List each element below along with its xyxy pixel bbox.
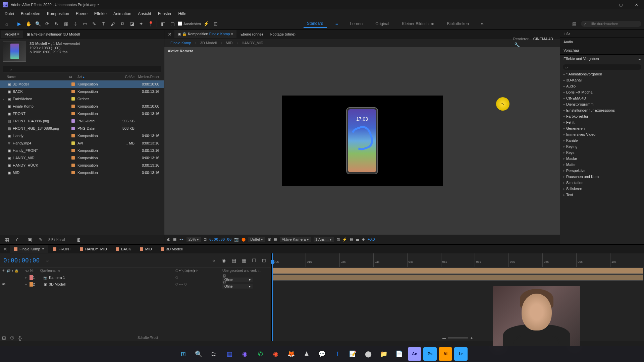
tl-blur-icon[interactable]: ◉ [220,256,228,264]
col-switches[interactable]: ⬡✦＼fx◐●◑✧ [175,268,222,273]
task-messenger[interactable]: 💬 [315,347,329,361]
workspace-overflow-icon[interactable]: » [478,20,486,28]
workspace-menu-icon[interactable]: ≡ [333,20,341,28]
project-item[interactable]: ▽Handy.mp4AVI… MB0:00:13:16 [0,139,164,147]
tl-tab-3dmodell[interactable]: 3D Modell [157,245,187,253]
hand-tool[interactable]: ✋ [24,20,33,28]
crumb-mid[interactable]: MID [224,40,234,46]
adjust-icon[interactable]: ✎ [37,236,45,244]
effect-category[interactable]: CINEMA 4D [560,95,644,101]
project-item[interactable]: ▣FRONTKomposition0:00:13:16 [0,110,164,117]
project-search-input[interactable] [3,66,161,72]
tl-search-icon[interactable]: ⌕ [46,258,49,263]
eraser-tool[interactable]: ◪ [128,20,136,28]
task-whatsapp[interactable]: ✆ [254,347,267,361]
col-label[interactable]: 🏷 [69,75,77,79]
audio-icon[interactable]: 🔊 [6,269,10,273]
task-illustrator[interactable]: Ai [439,347,452,361]
timeline-timecode[interactable]: 0:00:00:00 [3,257,40,264]
exposure-value[interactable]: +0,0 [368,237,375,241]
rotate-tool[interactable]: ↻ [53,20,61,28]
project-item[interactable]: ▣3D ModellKomposition0:00:10:00 [0,80,164,88]
composition-viewer[interactable]: Aktive Kamera 17:03 [164,47,560,235]
views-select[interactable]: 1 Ansi... ▾ [314,237,334,242]
effect-category[interactable]: 3D-Kanal [560,77,644,83]
col-name[interactable]: Name [3,75,69,79]
tl-fx-icon[interactable]: ⊡ [260,256,268,264]
task-aftereffects[interactable]: Ae [408,347,421,361]
fill-icon[interactable]: ◧ [159,20,167,28]
tl-tab-back[interactable]: BACK [112,245,135,253]
effect-category[interactable]: Keying [560,143,644,149]
timeline-layer[interactable]: 👁▸2▣3D Modell⬡ – – ⬡@ Ohne ▾ [0,281,271,288]
workspace-original[interactable]: Original [372,20,392,27]
workspace-standard[interactable]: Standard [304,20,327,28]
task-facebook[interactable]: f [331,347,344,361]
tl-tab-front[interactable]: FRONT [49,245,75,253]
mask-icon[interactable]: 👓 [179,237,184,242]
switch-modes[interactable]: Schalter/Modi [138,336,158,340]
col-type[interactable]: Art ▴ [77,75,114,79]
orbit-tool[interactable]: ⟳ [43,20,51,28]
pan-behind-tool[interactable]: ⊹ [71,20,79,28]
camera-select[interactable]: Aktive Kamera ▾ [280,237,311,242]
shape-tool[interactable]: ▭ [81,20,89,28]
interpret-icon[interactable]: ▦ [3,236,11,244]
tl-toggle-1[interactable]: ⊞ [0,334,8,342]
channels-icon[interactable]: ⬤ [241,237,246,242]
effect-category[interactable]: Kanäle [560,137,644,143]
visibility-icon[interactable]: 👁 [2,269,5,273]
res-select[interactable]: Drittel ▾ [248,237,265,242]
effects-menu-icon[interactable]: ≡ [639,57,641,61]
effect-category[interactable]: Text [560,192,644,198]
task-start[interactable]: ⊞ [176,347,190,361]
stroke-icon[interactable]: ▢ [168,20,176,28]
tl-tab-finale[interactable]: Finale Komp ≡ [10,245,48,253]
close-button[interactable]: ✕ [631,0,641,9]
workspace-lernen[interactable]: Lernen [347,20,366,27]
tab-footage[interactable]: Footage (ohne) [267,31,299,38]
task-search[interactable]: 🔍 [192,347,205,361]
task-obs[interactable]: ⬤ [362,347,375,361]
selection-tool[interactable]: ▶ [15,20,23,28]
snapshot-icon[interactable]: 📷 [234,237,239,242]
effect-category[interactable]: * Animationsvorgaben [560,71,644,77]
tl-tab-handymid[interactable]: HANDY_MID [76,245,111,253]
project-item[interactable]: ▤FRONT_RGB_1840886.pngPNG-Datei503 KB [0,125,164,132]
tl-graph-icon[interactable]: ▤ [230,256,238,264]
tl-close-icon[interactable]: ✕ [1,245,9,253]
alpha-icon[interactable]: ◐ [167,237,170,242]
project-item[interactable]: ▤FRONT_1840886.pngPNG-Datei596 KB [0,117,164,125]
comp-close-icon[interactable]: ✕ [166,30,174,38]
tl-toggle-3[interactable]: {} [16,334,24,342]
project-item[interactable]: ▣Finale KompKomposition0:00:10:00 [0,103,164,110]
task-lightroom[interactable]: Lr [454,347,468,361]
layer-bar-1[interactable] [272,268,643,274]
panel-toggle-icon[interactable]: ▤ [570,20,578,28]
exposure-reset-icon[interactable]: ⊕ [362,237,365,242]
tl-draft-icon[interactable]: ☐ [250,256,258,264]
effect-category[interactable]: Simulation [560,180,644,186]
crumb-handymid[interactable]: HANDY_MID [239,40,265,46]
menu-komposition[interactable]: Komposition [44,10,72,17]
new-folder-icon[interactable]: 🗀 [14,236,22,244]
help-search[interactable]: ⌕ [581,21,641,27]
home-icon[interactable]: ⌂ [3,20,11,28]
roto-tool[interactable]: ✦ [137,20,145,28]
project-item[interactable]: ▣BACKKomposition0:00:13:16 [0,88,164,95]
task-app2[interactable]: ◉ [238,347,252,361]
grid-icon[interactable]: ▦ [173,237,176,242]
effect-category[interactable]: Matte [560,162,644,168]
task-app4[interactable]: ♟ [300,347,313,361]
crumb-3dmodell[interactable]: 3D Modell [198,40,219,46]
menu-animation[interactable]: Animation [110,10,135,17]
effect-category[interactable]: Dienstprogramm [560,101,644,107]
trash-icon[interactable]: 🗑 [75,236,83,244]
menu-hilfe[interactable]: Hilfe [175,10,190,17]
fast-preview-icon[interactable]: ⚡ [342,237,347,242]
timecode-display[interactable]: 0:00:00:00 [209,237,231,242]
task-photoshop[interactable]: Ps [423,347,437,361]
effects-search[interactable]: ⌕ [563,64,641,70]
task-folder[interactable]: 📁 [377,347,390,361]
minimize-button[interactable]: ─ [600,0,610,9]
